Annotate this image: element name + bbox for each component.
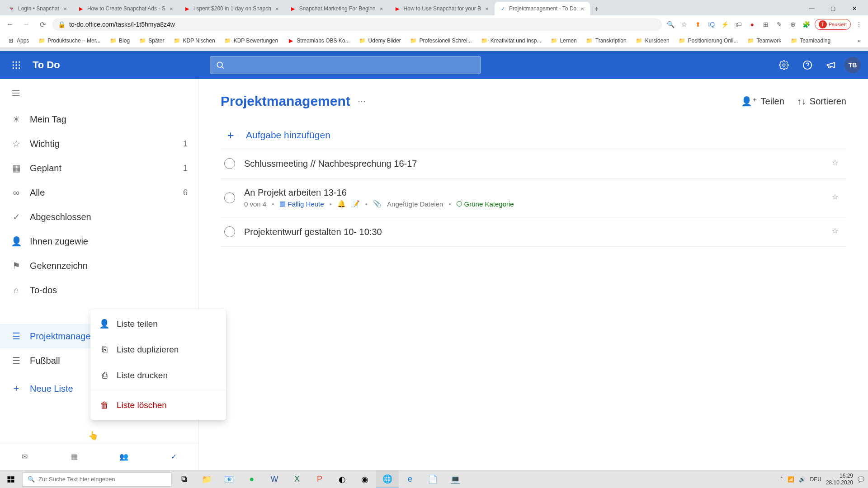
notifications-icon[interactable]: 💬 [858, 476, 864, 483]
search-input[interactable] [210, 56, 481, 74]
task-row[interactable]: An Projekt arbeiten 13-16 0 von 4 • ▦Fäl… [221, 178, 846, 217]
back-button[interactable]: ← [4, 18, 16, 31]
task-row[interactable]: Schlussmeeting // Nachbesprechung 16-17 … [221, 149, 846, 178]
task-star-button[interactable]: ☆ [832, 226, 843, 237]
start-button[interactable] [0, 470, 22, 488]
zoom-icon[interactable]: 🔍 [665, 19, 676, 30]
settings-button[interactable] [774, 55, 794, 75]
tab-4[interactable]: ▶How to Use Snapchat for your B× [389, 2, 495, 15]
sidebar-item-my-day[interactable]: ☀Mein Tag [0, 107, 198, 131]
user-avatar[interactable]: TB [844, 57, 861, 73]
sidebar-item-flagged[interactable]: ⚑Gekennzeichn [0, 253, 198, 278]
tray-chevron-icon[interactable]: ˄ [780, 476, 783, 483]
taskbar-search[interactable]: 🔍Zur Suche Text hier eingeben [23, 472, 172, 487]
bookmark-item[interactable]: 📁Lernen [547, 35, 580, 46]
close-icon[interactable]: × [579, 5, 585, 12]
bookmark-item[interactable]: 📁Blog [106, 35, 133, 46]
spotify-button[interactable]: ● [241, 470, 263, 488]
task-star-button[interactable]: ☆ [832, 192, 843, 203]
sidebar-item-completed[interactable]: ✓Abgeschlossen [0, 205, 198, 229]
bookmark-item[interactable]: 📁Transkription [582, 35, 630, 46]
menu-duplicate-list[interactable]: ⎘Liste duplizieren [90, 337, 226, 362]
taskbar-clock[interactable]: 16:29 28.10.2020 [826, 473, 853, 486]
menu-share-list[interactable]: 👤Liste teilen [90, 311, 226, 337]
sort-button[interactable]: ↑↓Sortieren [797, 96, 846, 107]
bookmark-item[interactable]: 📁Teamleading [787, 35, 834, 46]
bookmark-item[interactable]: 📁Positionierung Onli... [675, 35, 742, 46]
bookmark-overflow[interactable]: » [854, 36, 864, 46]
share-button[interactable]: 👤⁺Teilen [741, 96, 784, 107]
app-button[interactable]: ◐ [331, 470, 354, 488]
add-task-input[interactable]: + Aufgabe hinzufügen [221, 122, 846, 149]
app-launcher-button[interactable] [7, 56, 25, 74]
bookmark-item[interactable]: ▶Streamlabs OBS Ko... [283, 35, 353, 46]
close-icon[interactable]: × [62, 5, 68, 12]
close-icon[interactable]: × [378, 5, 385, 12]
people-app-button[interactable]: 👥 [115, 448, 133, 466]
bookmark-item[interactable]: 📁KDP Nischen [170, 35, 218, 46]
menu-print-list[interactable]: ⎙Liste drucken [90, 362, 226, 388]
tab-1[interactable]: ▶How to Create Snapchat Ads - S× [73, 2, 179, 15]
announce-button[interactable] [821, 55, 841, 75]
mail-button[interactable]: 📧 [218, 470, 241, 488]
word-button[interactable]: W [263, 470, 286, 488]
ext-icon-5[interactable]: ● [747, 19, 758, 30]
edge-button[interactable]: e [399, 470, 421, 488]
ext-icon-3[interactable]: ⚡ [720, 19, 731, 30]
star-icon[interactable]: ☆ [679, 19, 690, 30]
profile-badge[interactable]: T Pausiert [815, 19, 851, 30]
language-indicator[interactable]: DEU [810, 476, 821, 483]
tab-0[interactable]: 👻Login • Snapchat× [4, 2, 73, 15]
sidebar-item-all[interactable]: ∞Alle6 [0, 180, 198, 205]
forward-button[interactable]: → [20, 18, 33, 31]
task-view-button[interactable]: ⧉ [173, 470, 195, 488]
bookmark-item[interactable]: 📁KDP Bewertungen [221, 35, 282, 46]
ext-icon-4[interactable]: 🏷 [733, 19, 744, 30]
url-input[interactable]: 🔒 to-do.office.com/tasks/l-1t5hmya8z4w [52, 18, 662, 31]
calendar-app-button[interactable]: ▦ [66, 448, 84, 466]
extensions-icon[interactable]: 🧩 [801, 19, 812, 30]
close-icon[interactable]: × [484, 5, 490, 12]
sidebar-item-important[interactable]: ☆Wichtig1 [0, 131, 198, 156]
chrome-button[interactable]: 🌐 [376, 470, 399, 488]
ext-icon-1[interactable]: ⬆ [693, 19, 703, 30]
maximize-button[interactable]: ▢ [823, 2, 843, 15]
ext-icon-6[interactable]: ⊞ [760, 19, 771, 30]
bookmark-item[interactable]: 📁Später [135, 35, 168, 46]
sidebar-item-assigned[interactable]: 👤Ihnen zugewie [0, 229, 198, 253]
sidebar-item-planned[interactable]: ▦Geplant1 [0, 156, 198, 180]
powerpoint-button[interactable]: P [308, 470, 331, 488]
new-tab-button[interactable]: + [590, 3, 603, 15]
todo-app-button[interactable]: ✓ [165, 448, 183, 466]
task-star-button[interactable]: ☆ [832, 158, 843, 169]
obs-button[interactable]: ◉ [354, 470, 376, 488]
close-icon[interactable]: × [274, 5, 280, 12]
menu-icon[interactable]: ⋮ [854, 19, 864, 30]
ext-icon-7[interactable]: ✎ [774, 19, 785, 30]
volume-icon[interactable]: 🔊 [799, 476, 806, 483]
tab-3[interactable]: ▶Snapchat Marketing For Beginn× [285, 2, 389, 15]
task-checkbox[interactable] [224, 192, 235, 203]
menu-delete-list[interactable]: 🗑Liste löschen [90, 392, 226, 418]
task-row[interactable]: Projektentwurf gestalten 10- 10:30 ☆ [221, 217, 846, 247]
minimize-button[interactable]: — [802, 2, 822, 15]
tab-2[interactable]: ▶I spent $200 in 1 day on Snapch× [179, 2, 285, 15]
close-icon[interactable]: × [168, 5, 175, 12]
sidebar-item-tasks[interactable]: ⌂To-dos [0, 278, 198, 302]
bookmark-item[interactable]: 📁Teamwork [743, 35, 785, 46]
reload-button[interactable]: ⟳ [36, 18, 49, 31]
toggle-sidebar-button[interactable] [0, 79, 198, 103]
bookmark-item[interactable]: 📁Professionell Schrei... [406, 35, 476, 46]
bookmark-item[interactable]: 📁Kreativität und Insp... [477, 35, 545, 46]
help-button[interactable] [797, 55, 817, 75]
notepad-button[interactable]: 📄 [421, 470, 444, 488]
ext-icon-2[interactable]: IQ [706, 19, 717, 30]
explorer-button[interactable]: 📁 [195, 470, 218, 488]
list-options-button[interactable]: ⋯ [358, 96, 366, 106]
wifi-icon[interactable]: 📶 [788, 476, 794, 483]
bookmark-item[interactable]: 📁Produktsuche – Mer... [34, 35, 104, 46]
bookmark-item[interactable]: 📁Kursideen [632, 35, 673, 46]
bookmark-item[interactable]: ⊞Apps [4, 35, 33, 46]
excel-button[interactable]: X [286, 470, 308, 488]
tab-5[interactable]: ✓Projektmanagement - To Do× [495, 2, 590, 15]
